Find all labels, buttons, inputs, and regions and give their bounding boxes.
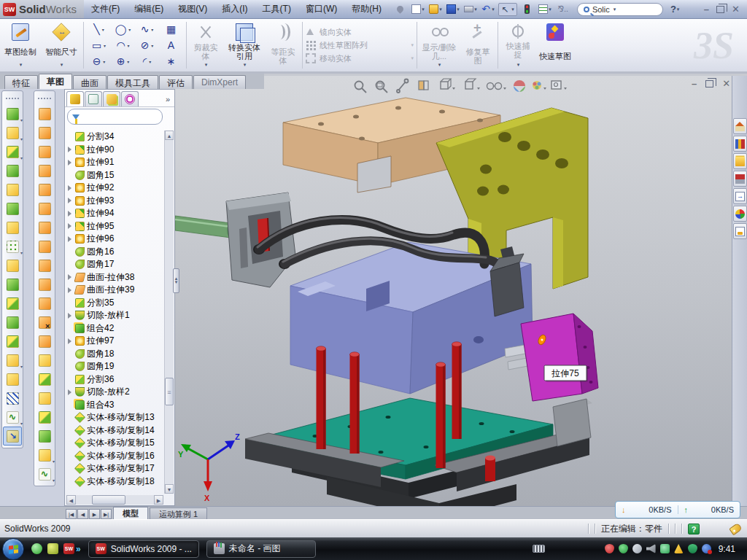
- offset-surface-tool[interactable]: [35, 237, 54, 256]
- tree-item[interactable]: 曲面-拉伸38: [66, 271, 163, 284]
- display-style-icon[interactable]: [465, 79, 480, 90]
- appearances-icon[interactable]: [514, 80, 525, 92]
- command-tab[interactable]: DimXpert: [193, 75, 246, 89]
- quicklaunch-solidworks-icon[interactable]: SW: [63, 543, 74, 554]
- tree-item[interactable]: 实体-移动/复制17: [66, 462, 163, 475]
- appearances-tab[interactable]: [733, 206, 747, 222]
- propertymanager-tab[interactable]: [85, 91, 102, 106]
- tree-item[interactable]: 切除-放样1: [66, 309, 163, 322]
- view-palette-tab[interactable]: [733, 188, 747, 204]
- tray-keyboard-icon[interactable]: [533, 545, 545, 553]
- sketch-entity-button[interactable]: ▦ ▾: [159, 21, 183, 37]
- expand-arrow-icon[interactable]: [68, 274, 73, 280]
- combine-tool[interactable]: [3, 256, 22, 275]
- scroll-right-arrow[interactable]: ▶: [154, 495, 163, 505]
- tree-item[interactable]: 拉伸97: [66, 335, 163, 348]
- origin-triad[interactable]: Y Z X: [178, 432, 240, 502]
- display-delete-relations-button[interactable]: 显示/删除几...▾: [419, 20, 459, 70]
- delete-body-surface-tool[interactable]: [35, 446, 54, 464]
- tree-item[interactable]: 实体-移动/复制18: [66, 475, 163, 489]
- tray-shield-icon[interactable]: [619, 544, 628, 553]
- rapid-sketch-button[interactable]: 快速草图: [537, 20, 573, 70]
- expand-arrow-icon[interactable]: [68, 147, 73, 152]
- thicken-tool[interactable]: [35, 275, 54, 294]
- tree-item[interactable]: 拉伸95: [66, 220, 163, 233]
- intersect-tool[interactable]: [3, 275, 22, 294]
- smart-dimension-button[interactable]: 智能尺寸▾: [42, 20, 81, 70]
- hide-show-items-icon[interactable]: [487, 83, 507, 90]
- planar-surface-tool[interactable]: [35, 218, 54, 237]
- expand-arrow-icon[interactable]: [68, 185, 73, 191]
- swept-surface-tool[interactable]: [35, 104, 54, 123]
- search-input[interactable]: Solic ▾: [577, 3, 663, 16]
- swept-boss-tool[interactable]: [3, 161, 22, 180]
- new-file-icon[interactable]: ▾: [411, 3, 425, 16]
- expand-arrow-icon[interactable]: [68, 389, 73, 395]
- tray-antivirus-icon[interactable]: [605, 544, 614, 553]
- sketch-entity-button[interactable]: ▭ ▾: [87, 37, 111, 53]
- helix-spiral-tool[interactable]: [3, 408, 22, 427]
- mirror-entities-button[interactable]: 镜向实体: [306, 27, 414, 38]
- expand-arrow-icon[interactable]: [68, 287, 73, 293]
- scroll-thumb-h[interactable]: [92, 495, 125, 505]
- model-canvas[interactable]: Y Z X: [175, 76, 732, 506]
- doc-restore-button[interactable]: [705, 80, 713, 88]
- minimize-button[interactable]: –: [704, 4, 709, 15]
- delete-body-tool[interactable]: [3, 351, 22, 370]
- curve-tool[interactable]: [3, 389, 22, 408]
- scroll-thumb[interactable]: [165, 378, 174, 405]
- command-tab[interactable]: 模具工具: [107, 75, 158, 89]
- model-tab[interactable]: 模型: [113, 507, 148, 519]
- scene-icon[interactable]: [533, 81, 546, 90]
- menu-item[interactable]: 编辑(E): [127, 1, 171, 18]
- expand-arrow-icon[interactable]: [68, 313, 73, 319]
- sketch-entity-button[interactable]: ╲ ▾: [87, 21, 111, 37]
- lofted-boss-tool[interactable]: [3, 180, 22, 199]
- menu-item[interactable]: 视图(V): [171, 1, 214, 18]
- menu-item[interactable]: 帮助(H): [344, 1, 389, 18]
- scroll-up-arrow[interactable]: ▲: [165, 131, 174, 140]
- linear-pattern-tool[interactable]: [3, 237, 22, 256]
- tree-item[interactable]: 组合42: [66, 322, 163, 335]
- revolved-surface-tool[interactable]: [35, 123, 54, 142]
- model-small-red-pin[interactable]: [485, 458, 495, 481]
- configurationmanager-tab[interactable]: [103, 91, 120, 106]
- menu-item[interactable]: 工具(T): [255, 1, 298, 18]
- expand-arrow-icon[interactable]: [68, 338, 73, 344]
- scroll-left-arrow[interactable]: ◀: [66, 495, 76, 505]
- tree-item[interactable]: 切除-放样2: [66, 386, 163, 399]
- move-entities-button[interactable]: 移动实体▾: [306, 53, 414, 64]
- expand-arrow-icon[interactable]: [68, 160, 73, 166]
- repair-sketch-button[interactable]: 修复草图: [460, 20, 495, 70]
- sketch-entity-button[interactable]: ◠ ▾: [111, 37, 135, 53]
- tree-item[interactable]: 圆角15: [66, 169, 163, 182]
- dome-tool[interactable]: [35, 427, 54, 446]
- taskbar-task-button[interactable]: SW SolidWorks 2009 - ...: [88, 540, 199, 558]
- restore-button[interactable]: [716, 6, 724, 13]
- section-view-icon[interactable]: [419, 81, 428, 90]
- tree-item[interactable]: 拉伸91: [66, 156, 163, 169]
- extruded-cut-tool[interactable]: [3, 123, 22, 142]
- sketch-button[interactable]: 草图绘制▾: [1, 20, 40, 70]
- extend-surface-tool[interactable]: [35, 294, 54, 313]
- graphics-viewport[interactable]: Y Z X: [175, 76, 732, 506]
- open-file-icon[interactable]: ▾: [428, 3, 443, 16]
- lofted-surface-tool[interactable]: [35, 142, 54, 161]
- tray-volume-icon[interactable]: [646, 544, 656, 553]
- knit-surface-tool[interactable]: [35, 351, 54, 370]
- helix-surface-tool[interactable]: [35, 464, 54, 483]
- menu-item[interactable]: 插入(I): [214, 1, 255, 18]
- tree-item[interactable]: 圆角18: [66, 348, 163, 361]
- tray-shield-plus-icon[interactable]: [688, 544, 697, 553]
- tree-item[interactable]: 曲面-拉伸39: [66, 284, 163, 297]
- extruded-boss-tool[interactable]: [3, 104, 22, 123]
- rebuild-icon[interactable]: ▾: [520, 3, 535, 16]
- sketch-entity-button[interactable]: ⊕ ▾: [111, 53, 135, 69]
- command-tab[interactable]: 评估: [159, 75, 193, 89]
- trim-surface-tool[interactable]: [35, 389, 54, 408]
- quick-launch-chevron[interactable]: »: [76, 544, 81, 554]
- print-icon[interactable]: ▾: [463, 3, 478, 16]
- taskbar-task-button[interactable]: 未命名 - 画图: [206, 540, 316, 558]
- tray-badge-icon[interactable]: [632, 544, 642, 553]
- file-properties-icon[interactable]: ⅋.. ▾: [555, 3, 570, 16]
